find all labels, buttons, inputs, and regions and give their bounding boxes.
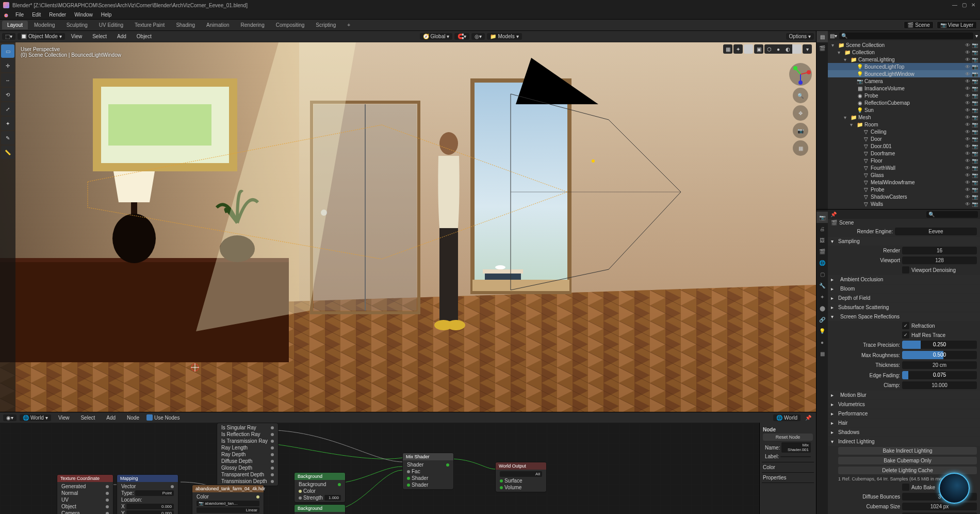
outliner-row[interactable]: 📷Camera👁📷 [828,77,980,85]
visibility-toggle-icon[interactable]: 📷 [972,42,978,48]
mode-dropdown[interactable]: 🔲 Object Mode ▾ [18,33,65,40]
workspace-tab-rendering[interactable]: Rendering [236,21,270,29]
vp-selectability-icon[interactable]: ▦ [723,44,732,54]
node-background-2[interactable]: Background Background Color Strength12.0… [294,504,346,514]
use-nodes-toggle[interactable]: Use Nodes [146,414,179,421]
outliner-row[interactable]: ▾📁CameraLighting👁📷 [828,56,980,63]
prop-tab-viewlayer[interactable]: 🖼 [816,234,828,246]
ns-label-field[interactable] [780,456,811,457]
visibility-toggle-icon[interactable]: 📷 [972,172,978,178]
visibility-toggle-icon[interactable]: 📷 [972,107,978,113]
workspace-tab-layout[interactable]: Layout [2,21,28,29]
visibility-toggle-icon[interactable]: 👁 [965,208,971,210]
persp-toggle-icon[interactable]: ▦ [793,140,808,156]
ne-shadertype-dropdown[interactable]: 🌐 World ▾ [20,414,51,421]
vp-overlays-icon[interactable]: ◑ [744,44,753,54]
visibility-toggle-icon[interactable]: 📷 [972,57,978,62]
window-minimize-button[interactable]: — [951,2,958,9]
outliner-row[interactable]: ▾📁Mesh👁📷 [828,114,980,121]
ns-reset-button[interactable]: Reset Node [763,433,813,441]
visibility-toggle-icon[interactable]: 👁 [965,78,971,84]
ne-pin-icon[interactable]: 📌 [804,413,813,422]
samples-viewport[interactable]: 128 [902,256,977,264]
samples-render[interactable]: 16 [902,247,977,254]
prop-tab-physics[interactable]: ⬤ [816,302,828,314]
options-dropdown[interactable]: Options ▾ [786,33,814,40]
shading-dropdown-icon[interactable]: ▾ [803,44,812,54]
visibility-toggle-icon[interactable]: 📷 [972,115,978,120]
window-maximize-button[interactable]: ▢ [960,2,968,9]
outliner-row[interactable]: ▽Glass👁📷 [828,171,980,179]
zoom-gizmo-icon[interactable]: 🔍 [793,88,808,103]
panel-vol[interactable]: ▸Volumetrics [828,400,980,409]
visibility-toggle-icon[interactable]: 👁 [965,165,971,171]
visibility-toggle-icon[interactable]: 👁 [965,143,971,149]
visibility-toggle-icon[interactable]: 👁 [965,172,971,178]
prop-tab-texture[interactable]: ▦ [816,348,828,359]
panel-ssr[interactable]: ▾Screen Space Reflections [828,312,980,321]
prop-search[interactable]: 🔍 [926,211,978,218]
outliner-row[interactable]: 💡Sun👁📷 [828,106,980,114]
pan-gizmo-icon[interactable]: ✥ [793,105,808,121]
shader-editor-area[interactable]: ◉▾ 🌐 World ▾ View Select Add Node Use No… [0,412,816,514]
menu-render[interactable]: Render [45,12,70,18]
outliner-row[interactable]: ▽ShadowCasters👁📷 [828,193,980,200]
prop-tab-modifiers[interactable]: 🔧 [816,280,828,291]
visibility-toggle-icon[interactable]: 👁 [965,194,971,200]
ssr-trace-slider[interactable]: 0.250 [902,341,977,349]
visibility-toggle-icon[interactable]: 📷 [972,201,978,207]
ns-color-header[interactable]: Color [763,464,775,470]
visibility-toggle-icon[interactable]: 👁 [965,71,971,77]
workspace-tab-animation[interactable]: Animation [201,21,234,29]
visibility-toggle-icon[interactable]: 📷 [972,136,978,142]
vp-menu-select[interactable]: Select [88,34,111,39]
ne-editor-type[interactable]: ◉▾ [3,414,17,421]
tool-move[interactable]: ↔ [1,73,14,87]
visibility-toggle-icon[interactable]: 👁 [965,42,971,48]
visibility-toggle-icon[interactable]: 👁 [965,158,971,164]
prop-tab-scene[interactable]: 🎬 [816,246,828,257]
drag-dropdown[interactable]: 📁 Models ▾ [487,33,521,40]
menu-help[interactable]: Help [97,12,116,18]
outliner-row[interactable]: ▽Door.001👁📷 [828,142,980,150]
visibility-toggle-icon[interactable]: 👁 [965,86,971,91]
workspace-tab-modeling[interactable]: Modeling [29,21,60,29]
camera-gizmo-icon[interactable]: 📷 [793,123,808,138]
visibility-toggle-icon[interactable]: 📷 [972,78,978,84]
outliner-tab-viewlayer[interactable]: ▤ [816,31,828,42]
node-envtexture[interactable]: abandoned_tank_farm_04_4k.hdr Color 📷 ab… [192,485,264,514]
viewport-3d-area[interactable]: ⬚▾ 🔲 Object Mode ▾ View Select Add Objec… [0,31,816,412]
visibility-toggle-icon[interactable]: 📷 [972,71,978,77]
visibility-toggle-icon[interactable]: 📷 [972,151,978,156]
visibility-toggle-icon[interactable]: 📷 [972,158,978,164]
outliner-row[interactable]: ▽Door👁📷 [828,135,980,142]
node-worldoutput[interactable]: World Output All Surface Volume [495,462,547,492]
outliner-row[interactable]: ◉ReflectionCubemap👁📷 [828,99,980,106]
outliner-display-mode-icon[interactable]: ▤▾ [830,33,837,39]
workspace-tab-sculpting[interactable]: Sculpting [61,21,93,29]
workspace-add-button[interactable]: + [342,21,355,29]
visibility-toggle-icon[interactable]: 📷 [972,208,978,210]
ns-props-header[interactable]: Properties [763,475,787,480]
tool-rotate[interactable]: ⟲ [1,88,14,101]
ne-menu-add[interactable]: Add [102,415,120,421]
prop-tab-data[interactable]: 💡 [816,325,828,336]
panel-indirect[interactable]: ▾Indirect Lighting [828,437,980,446]
workspace-tab-uvediting[interactable]: UV Editing [94,21,128,29]
orbit-gizmo[interactable] [789,63,812,86]
tool-measure[interactable]: 📏 [1,146,14,159]
env-image-field[interactable]: 📷 abandoned_tan… [197,501,259,506]
outliner-row[interactable]: ▽MetalWindowframe👁📷 [828,179,980,186]
snap-toggle[interactable]: 🧲▾ [454,33,469,40]
vp-menu-add[interactable]: Add [113,34,130,39]
outliner-row[interactable]: 💡BouncedLightWindow👁📷 [828,70,980,77]
visibility-toggle-icon[interactable]: 📷 [972,122,978,127]
cubemap-size[interactable]: 1024 px [902,503,977,510]
shading-matprev[interactable]: ◐ [783,44,792,54]
tool-select-box[interactable]: ▭ [1,44,14,58]
ssr-halfres-check[interactable] [902,331,909,339]
visibility-toggle-icon[interactable]: 👁 [965,180,971,185]
panel-shadows[interactable]: ▸Shadows [828,428,980,437]
menu-file[interactable]: File [11,12,28,18]
outliner-row[interactable]: ▾📁Room👁📷 [828,121,980,128]
